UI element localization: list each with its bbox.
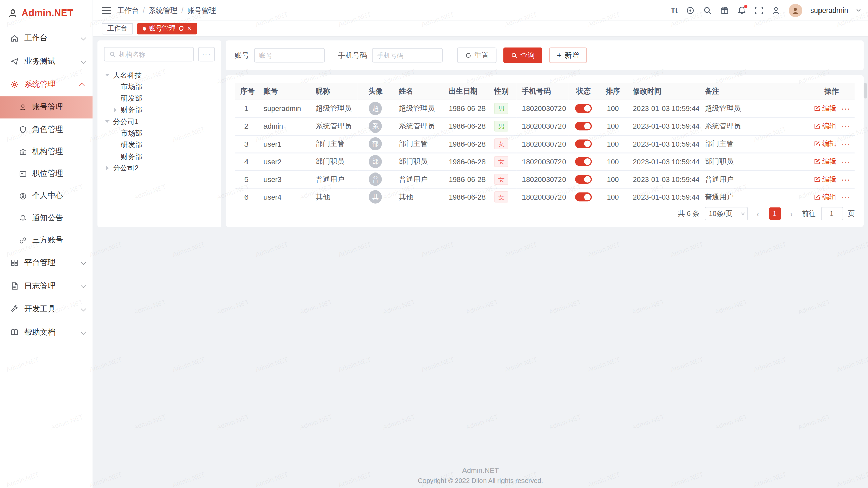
sidebar-item-business-test[interactable]: 业务测试 <box>0 50 93 73</box>
edit-button[interactable]: 编辑 <box>814 121 836 131</box>
row-more-icon[interactable]: ··· <box>842 123 850 131</box>
account-input[interactable] <box>254 48 325 62</box>
gift-icon[interactable] <box>720 6 729 15</box>
fullscreen-icon[interactable] <box>754 6 763 15</box>
page-number-1[interactable]: 1 <box>769 207 781 220</box>
logo-icon <box>8 8 18 18</box>
tree-node[interactable]: 分公司2 <box>104 162 215 174</box>
font-size-icon[interactable]: Tt <box>671 6 677 14</box>
reset-button[interactable]: 重置 <box>457 47 497 63</box>
edit-button[interactable]: 编辑 <box>814 174 836 184</box>
page-size-select[interactable]: 10条/页 <box>705 207 748 220</box>
scrollbar-thumb[interactable] <box>864 83 867 99</box>
tree-node[interactable]: 研发部 <box>104 93 215 104</box>
prev-page-button[interactable]: ‹ <box>753 207 764 220</box>
sidebar-item-third-party[interactable]: 三方账号 <box>0 229 93 251</box>
sidebar-item-personal-center[interactable]: 个人中心 <box>0 185 93 207</box>
status-toggle[interactable] <box>575 157 592 166</box>
sidebar-item-notice[interactable]: 通知公告 <box>0 207 93 229</box>
breadcrumb-home[interactable]: 工作台 <box>117 5 139 15</box>
tree-node-label: 财务部 <box>121 151 142 161</box>
next-page-button[interactable]: › <box>786 207 797 220</box>
sidebar-menu: 工作台 业务测试 系统管理 账号管理 角色管理 <box>0 26 93 344</box>
menu-toggle-icon[interactable] <box>102 7 111 14</box>
cell-birth: 1986-06-28 <box>443 153 487 170</box>
edit-button[interactable]: 编辑 <box>814 139 836 149</box>
cell-sort: 100 <box>598 135 627 152</box>
breadcrumb-section[interactable]: 系统管理 <box>149 5 178 15</box>
main-area: 工作台 / 系统管理 / 账号管理 Tt superadmin 工 <box>93 0 868 488</box>
theme-icon[interactable] <box>686 6 695 15</box>
sidebar-item-org-mgmt[interactable]: 机构管理 <box>0 141 93 163</box>
status-toggle[interactable] <box>575 175 592 184</box>
sidebar-item-account-mgmt[interactable]: 账号管理 <box>0 96 93 118</box>
plus-icon: + <box>557 51 561 59</box>
avatar: 部 <box>369 137 382 150</box>
col-modified: 修改时间 <box>627 83 699 100</box>
row-more-icon[interactable]: ··· <box>842 194 850 202</box>
search-icon[interactable] <box>703 6 712 15</box>
refresh-icon[interactable] <box>178 25 184 32</box>
bell-icon[interactable] <box>737 6 746 15</box>
search-button[interactable]: 查询 <box>503 47 542 63</box>
username[interactable]: superadmin <box>810 6 848 14</box>
caret-right-icon[interactable] <box>114 108 117 112</box>
org-more-button[interactable]: ··· <box>198 47 215 61</box>
tree-node[interactable]: 市场部 <box>104 81 215 92</box>
tree-node[interactable]: 研发部 <box>104 139 215 150</box>
sidebar-item-position-mgmt[interactable]: 职位管理 <box>0 163 93 185</box>
tree-node[interactable]: 大名科技 <box>104 69 215 81</box>
cell-avatar: 普 <box>358 170 393 188</box>
user-icon[interactable] <box>772 6 781 15</box>
tab-workbench[interactable]: 工作台 <box>102 23 133 34</box>
sidebar-item-system-mgmt[interactable]: 系统管理 <box>0 73 93 97</box>
status-toggle[interactable] <box>575 122 592 131</box>
tree-node-label: 财务部 <box>121 105 142 115</box>
avatar[interactable] <box>789 4 802 17</box>
tab-label: 账号管理 <box>149 24 175 33</box>
tree-node[interactable]: 财务部 <box>104 104 215 116</box>
tree-node[interactable]: 财务部 <box>104 150 215 162</box>
tree-node[interactable]: 分公司1 <box>104 116 215 127</box>
row-more-icon[interactable]: ··· <box>842 158 850 166</box>
status-toggle[interactable] <box>575 193 592 202</box>
cell-modified: 2023-01-03 10:59:44 <box>627 117 699 135</box>
goto-page-input[interactable] <box>821 207 843 220</box>
caret-right-icon[interactable] <box>106 166 109 170</box>
sidebar-item-workbench[interactable]: 工作台 <box>0 26 93 50</box>
row-more-icon[interactable]: ··· <box>842 141 850 149</box>
cell-nickname: 超级管理员 <box>310 100 358 117</box>
sidebar-item-role-mgmt[interactable]: 角色管理 <box>0 118 93 140</box>
status-toggle[interactable] <box>575 104 592 113</box>
row-more-icon[interactable]: ··· <box>842 176 850 184</box>
sidebar-item-platform-mgmt[interactable]: 平台管理 <box>0 251 93 274</box>
close-icon[interactable]: × <box>187 25 191 32</box>
edit-button[interactable]: 编辑 <box>814 157 836 166</box>
edit-button[interactable]: 编辑 <box>814 192 836 202</box>
phone-input[interactable] <box>372 48 443 62</box>
caret-down-icon[interactable] <box>105 74 110 76</box>
breadcrumb-separator: / <box>181 6 183 14</box>
add-button[interactable]: + 新增 <box>549 47 587 63</box>
cell-avatar: 其 <box>358 188 393 206</box>
avatar: 部 <box>369 155 382 168</box>
sidebar-item-dev-tools[interactable]: 开发工具 <box>0 298 93 321</box>
row-more-icon[interactable]: ··· <box>842 105 850 113</box>
cell-birth: 1986-06-28 <box>443 170 487 188</box>
gender-badge: 男 <box>494 103 508 114</box>
tree-node[interactable]: 市场部 <box>104 127 215 139</box>
chevron-down-icon[interactable] <box>856 7 861 12</box>
menu-label: 开发工具 <box>24 304 81 314</box>
caret-down-icon[interactable] <box>105 120 110 123</box>
org-search-field[interactable] <box>104 47 194 61</box>
status-toggle[interactable] <box>575 140 592 148</box>
sidebar-item-log-mgmt[interactable]: 日志管理 <box>0 274 93 298</box>
cell-index: 5 <box>235 170 258 188</box>
org-search-input[interactable] <box>119 50 189 58</box>
menu-label: 通知公告 <box>32 213 63 223</box>
sidebar-item-help-docs[interactable]: 帮助文档 <box>0 321 93 344</box>
cell-index: 4 <box>235 153 258 170</box>
chevron-down-icon <box>81 259 86 265</box>
tab-account-mgmt[interactable]: 账号管理 × <box>137 23 197 34</box>
edit-button[interactable]: 编辑 <box>814 103 836 113</box>
